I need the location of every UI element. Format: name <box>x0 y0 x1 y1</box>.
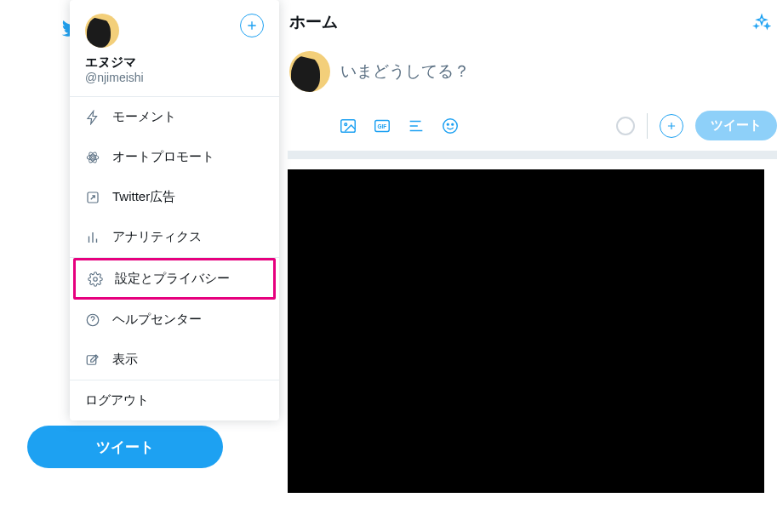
top-tweets-toggle[interactable] <box>746 7 777 37</box>
menu-item-label: 設定とプライバシー <box>115 271 230 287</box>
add-account-button[interactable] <box>240 14 264 37</box>
avatar[interactable] <box>85 14 119 48</box>
feed-media-preview[interactable] <box>288 169 764 493</box>
svg-point-9 <box>345 123 347 125</box>
menu-item-help-center[interactable]: ヘルプセンター <box>70 300 279 340</box>
menu-item-label: Twitter広告 <box>112 189 175 205</box>
highlight-box: 設定とプライバシー <box>73 258 276 300</box>
tweet-button-label: ツイート <box>711 117 762 132</box>
compose-top: いまどうしてる？ <box>288 51 777 92</box>
menu-item-analytics[interactable]: アナリティクス <box>70 217 279 257</box>
compose-tweet-button-rail[interactable]: ツイート <box>27 426 223 468</box>
menu-item-label: ヘルプセンター <box>112 312 202 328</box>
main-column: ホーム いまどうしてる？ GIF <box>288 0 777 493</box>
gear-icon <box>88 272 103 287</box>
edit-icon <box>85 352 100 368</box>
menu-item-moments[interactable]: モーメント <box>70 97 279 137</box>
tweet-button[interactable]: ツイート <box>695 111 777 140</box>
svg-point-12 <box>443 118 458 133</box>
page-title: ホーム <box>289 11 338 33</box>
svg-rect-8 <box>341 119 356 132</box>
popover-header <box>70 12 279 53</box>
timeline-header: ホーム <box>288 0 777 44</box>
atom-icon <box>85 150 100 165</box>
menu-item-label: モーメント <box>112 109 176 125</box>
svg-point-13 <box>447 123 448 125</box>
lightning-icon <box>85 110 100 125</box>
emoji-icon[interactable] <box>441 117 460 135</box>
svg-point-14 <box>452 123 454 125</box>
compose-toolbar-left: GIF <box>339 117 460 135</box>
menu-item-display[interactable]: 表示 <box>70 340 279 380</box>
gif-icon[interactable]: GIF <box>373 117 391 135</box>
add-thread-button[interactable] <box>660 114 683 138</box>
compose-box: いまどうしてる？ GIF <box>288 44 777 159</box>
menu-item-twitter-ads[interactable]: Twitter広告 <box>70 177 279 217</box>
menu-item-label: 表示 <box>112 352 138 368</box>
poll-icon[interactable] <box>407 117 426 135</box>
menu-item-label: ログアウト <box>85 392 149 409</box>
account-menu-popover: エヌジマ @njimeishi モーメント オートプロモート Twitter広告… <box>70 0 279 420</box>
svg-point-0 <box>92 156 94 158</box>
svg-text:GIF: GIF <box>378 123 387 129</box>
bar-chart-icon <box>85 230 100 245</box>
display-name: エヌジマ <box>85 54 264 71</box>
popover-names: エヌジマ @njimeishi <box>70 53 279 96</box>
char-count-ring <box>616 117 635 135</box>
compose-input[interactable]: いまどうしてる？ <box>340 60 777 83</box>
menu-item-label: オートプロモート <box>112 149 214 165</box>
svg-point-5 <box>94 277 98 281</box>
compose-toolbar: GIF ツイート <box>288 111 777 140</box>
menu-item-label: アナリティクス <box>112 229 202 245</box>
external-link-icon <box>85 190 100 205</box>
user-handle: @njimeishi <box>85 71 264 84</box>
menu-item-logout[interactable]: ログアウト <box>70 380 279 420</box>
help-icon <box>85 312 100 328</box>
svg-point-1 <box>87 155 99 160</box>
avatar[interactable] <box>289 51 330 92</box>
compose-tweet-button-rail-label: ツイート <box>96 438 154 457</box>
divider <box>647 113 648 139</box>
compose-toolbar-right: ツイート <box>616 111 777 140</box>
menu-item-auto-promote[interactable]: オートプロモート <box>70 137 279 177</box>
image-icon[interactable] <box>339 117 357 135</box>
menu-item-settings-privacy[interactable]: 設定とプライバシー <box>76 260 273 297</box>
